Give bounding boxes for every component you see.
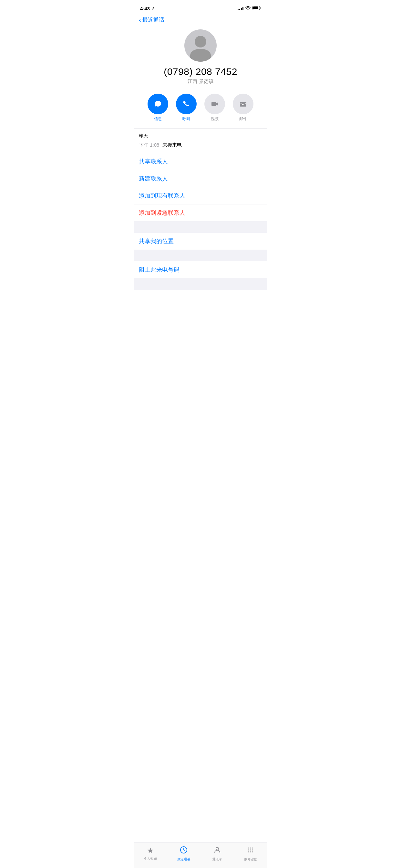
mail-label: 邮件 [239,116,247,122]
gray-gap-1 [134,221,267,233]
video-circle [204,94,225,114]
action-call[interactable]: 呼叫 [176,94,197,122]
avatar [184,29,217,62]
avatar-person-icon [184,29,217,62]
location-section: 共享我的位置 [134,233,267,250]
message-label: 信息 [154,116,162,122]
nav-bar: ‹ 最近通话 [134,14,267,26]
gray-gap-3 [134,278,267,290]
add-emergency-label: 添加到紧急联系人 [139,209,185,217]
status-icons [238,5,261,11]
share-location-label: 共享我的位置 [139,237,174,245]
new-contact-item[interactable]: 新建联系人 [134,170,267,187]
call-circle [176,94,197,114]
action-video[interactable]: 视频 [204,94,225,122]
add-emergency-item[interactable]: 添加到紧急联系人 [134,205,267,221]
gray-gap-2 [134,250,267,261]
contact-actions-list: 共享联系人 新建联系人 添加到现有联系人 添加到紧急联系人 [134,153,267,221]
wifi-icon [245,6,251,11]
status-time: 4:43 ↗ [140,6,155,11]
svg-rect-3 [212,102,216,106]
back-label: 最近通话 [143,16,164,24]
back-chevron-icon: ‹ [139,17,141,23]
contact-location: 江西 景德镇 [188,79,213,85]
add-existing-item[interactable]: 添加到现有联系人 [134,187,267,205]
share-location-item[interactable]: 共享我的位置 [134,233,267,250]
status-bar: 4:43 ↗ [134,0,267,14]
mail-circle [233,94,253,114]
contact-header: (0798) 208 7452 江西 景德镇 [134,26,267,91]
message-circle [148,94,168,114]
action-mail[interactable]: 邮件 [233,94,253,122]
action-message[interactable]: 信息 [148,94,168,122]
share-contact-label: 共享联系人 [139,158,168,165]
add-existing-label: 添加到现有联系人 [139,192,185,199]
new-contact-label: 新建联系人 [139,175,168,182]
block-section: 阻止此来电号码 [134,261,267,278]
call-time: 下午 1:08 [139,142,159,148]
svg-rect-1 [260,7,261,9]
call-label: 呼叫 [182,116,190,122]
call-status: 未接来电 [162,142,182,148]
call-record: 下午 1:08 未接来电 [139,140,262,150]
video-label: 视频 [211,116,219,122]
contact-phone: (0798) 208 7452 [164,66,237,77]
share-contact-item[interactable]: 共享联系人 [134,153,267,170]
svg-rect-4 [240,102,246,106]
battery-icon [252,5,261,11]
block-number-item[interactable]: 阻止此来电号码 [134,261,267,278]
call-history-section: 昨天 下午 1:08 未接来电 [134,128,267,153]
svg-rect-2 [253,6,258,9]
block-number-label: 阻止此来电号码 [139,266,180,274]
call-history-day: 昨天 [139,133,262,139]
back-button[interactable]: ‹ 最近通话 [139,16,164,24]
signal-icon [238,6,243,10]
action-row: 信息 呼叫 视频 [134,91,267,128]
